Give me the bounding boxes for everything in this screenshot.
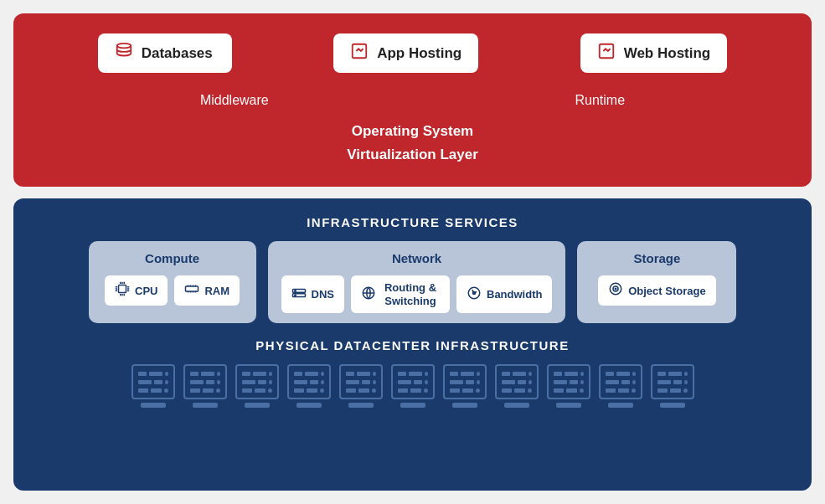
server-rack [183,364,227,399]
os-label: Operating System [47,123,778,140]
red-section: Databases App Hosting [13,13,812,187]
runtime-label: Runtime [542,90,659,111]
app-hosting-icon [350,42,369,64]
databases-icon [115,42,133,64]
svg-point-14 [615,288,616,290]
cpu-icon [115,281,130,300]
svg-point-0 [116,44,131,49]
bandwidth-item: Bandwidth [456,275,552,313]
object-storage-icon [608,281,623,300]
server-rack [599,364,642,399]
storage-items: Object Storage [598,275,715,306]
server-unit [183,364,227,408]
virt-label: Virtualization Layer [47,147,778,163]
object-storage-label: Object Storage [628,285,705,297]
network-card: Network DNS [268,241,566,323]
network-title: Network [392,251,441,265]
svg-rect-4 [186,286,199,291]
svg-rect-3 [119,285,126,293]
server-unit [547,364,590,408]
storage-title: Storage [634,251,681,265]
physical-title: PHYSICAL DATACENTER INFRASTRUCTURE [39,338,786,352]
routing-item: Routing & Switching [351,275,450,313]
compute-card: Compute CPU [89,241,256,323]
server-rack [235,364,279,399]
databases-label: Databases [142,45,213,62]
svg-point-11 [473,291,476,294]
cpu-label: CPU [135,285,157,297]
server-rack [495,364,539,399]
cpu-item: CPU [105,275,168,306]
servers-row [39,364,786,408]
middleware-runtime-row: Middleware Runtime [47,90,778,111]
routing-label: Routing & Switching [381,281,440,307]
ram-icon [184,281,199,300]
server-rack [391,364,435,399]
server-unit [651,364,694,408]
databases-card: Databases [98,33,232,73]
server-unit [391,364,435,408]
svg-rect-1 [353,44,367,59]
server-rack [131,364,175,399]
routing-icon [361,285,376,304]
svg-rect-2 [599,44,613,59]
infra-cards-row: Compute CPU [39,241,786,323]
compute-title: Compute [145,251,199,265]
server-unit [495,364,539,408]
server-rack [287,364,331,399]
server-unit [443,364,487,408]
web-hosting-icon [597,42,616,64]
svg-point-7 [294,290,296,291]
bandwidth-label: Bandwidth [487,288,542,301]
middleware-label: Middleware [167,90,302,111]
server-rack [339,364,383,399]
storage-card: Storage Object Storage [577,241,736,323]
app-hosting-label: App Hosting [377,45,461,62]
server-unit [235,364,279,408]
bandwidth-icon [467,285,482,304]
network-items: DNS Routing & Switching [281,275,553,313]
compute-items: CPU RAM [105,275,240,306]
server-unit [599,364,642,408]
server-rack [443,364,487,399]
infra-title: INFRASTRUCTURE SERVICES [39,215,786,229]
blue-section: INFRASTRUCTURE SERVICES Compute CPU [13,198,812,491]
ram-label: RAM [204,285,229,297]
web-hosting-card: Web Hosting [580,33,728,73]
dns-item: DNS [281,275,344,313]
dns-label: DNS [312,288,334,301]
object-storage-item: Object Storage [598,275,715,306]
dns-icon [291,285,307,304]
server-rack [651,364,694,399]
server-rack [547,364,590,399]
ram-item: RAM [174,275,240,306]
service-cards-row: Databases App Hosting [47,33,778,73]
main-diagram: Databases App Hosting [0,0,825,504]
svg-point-8 [294,294,296,296]
server-unit [287,364,331,408]
app-hosting-card: App Hosting [333,33,478,73]
web-hosting-label: Web Hosting [624,45,711,62]
server-unit [339,364,383,408]
server-unit [131,364,175,408]
